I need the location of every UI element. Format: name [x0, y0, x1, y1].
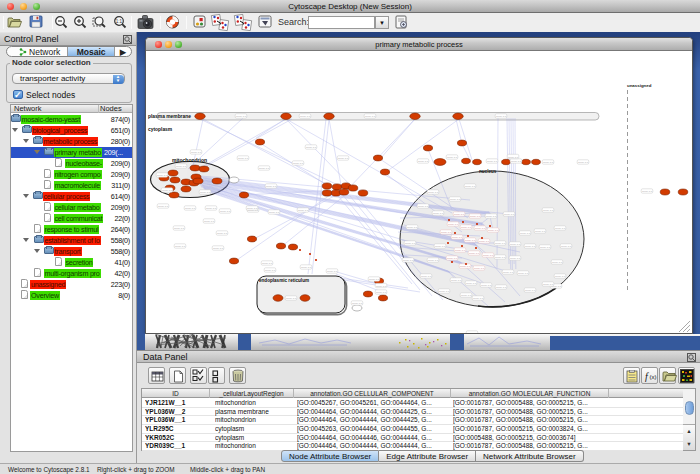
svg-text:(x): (x) [649, 374, 656, 380]
svg-text:plasma membrane: plasma membrane [148, 114, 191, 119]
svg-text:unassigned: unassigned [627, 83, 652, 88]
svg-text:f: f [645, 371, 649, 382]
svg-text:mitochondrion: mitochondrion [172, 157, 207, 163]
svg-text:nucleus: nucleus [479, 169, 497, 174]
svg-text:endoplasmic reticulum: endoplasmic reticulum [259, 278, 309, 283]
svg-text:cytoplasm: cytoplasm [148, 127, 173, 132]
svg-text:1:1: 1:1 [116, 19, 123, 24]
